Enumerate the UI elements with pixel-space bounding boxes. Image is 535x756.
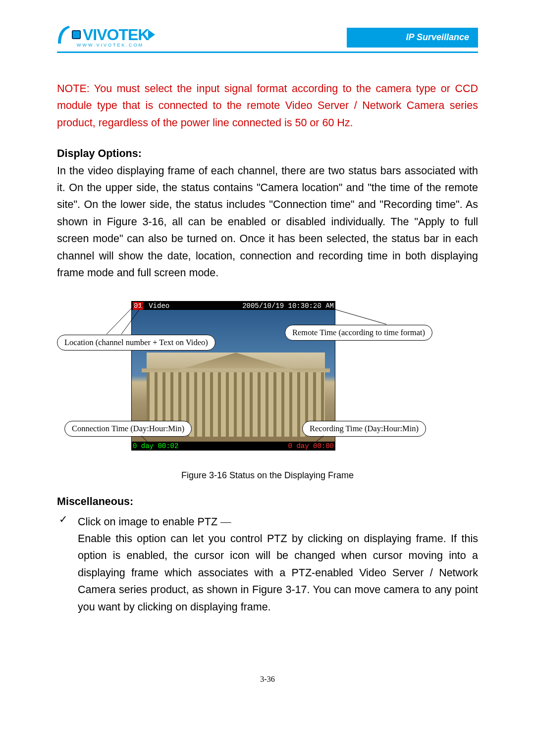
brand-logo: VIVOTEK WWW.VIVOTEK.COM <box>57 25 155 48</box>
channel-label: Video <box>149 302 169 310</box>
recording-time-value: 0 day 00:00 <box>288 442 334 450</box>
display-options-heading: Display Options: <box>57 145 478 162</box>
figure-3-16: 01 Video 2005/10/19 10:30:20 AM 0 day 00… <box>57 299 478 464</box>
page-number: 3-36 <box>57 675 478 684</box>
display-options-body: In the video displaying frame of each ch… <box>57 162 478 282</box>
miscellaneous-heading: Miscellaneous: <box>57 493 478 510</box>
callout-location: Location (channel number + Text on Video… <box>57 335 215 351</box>
connection-time-value: 0 day 00:02 <box>133 442 178 450</box>
header-tagline: IP Surveillance <box>347 28 478 48</box>
callout-remote-time: Remote Time (according to time format) <box>285 325 432 341</box>
figure-caption: Figure 3-16 Status on the Displaying Fra… <box>57 470 478 481</box>
brand-url: WWW.VIVOTEK.COM <box>77 43 144 48</box>
document-page: VIVOTEK WWW.VIVOTEK.COM IP Surveillance … <box>0 0 535 708</box>
remote-time-value: 2005/10/19 10:30:20 AM <box>242 302 334 310</box>
channel-number: 01 <box>133 302 143 310</box>
logo-arrow-icon <box>148 30 155 40</box>
logo-dot-icon <box>72 30 81 39</box>
status-bar-top: 01 Video 2005/10/19 10:30:20 AM <box>132 302 335 310</box>
misc-item-dash: — <box>220 516 231 528</box>
status-bar-bottom: 0 day 00:02 0 day 00:00 <box>132 442 335 450</box>
misc-item-label: Click on image to enable PTZ <box>78 516 217 528</box>
logo-swoosh-icon <box>57 25 71 45</box>
header-divider <box>57 51 478 53</box>
callout-recording-time: Recording Time (Day:Hour:Min) <box>302 421 426 437</box>
callout-connection-time: Connection Time (Day:Hour:Min) <box>64 421 192 437</box>
list-item: ✓ Click on image to enable PTZ — Enable … <box>57 513 478 615</box>
note-paragraph: NOTE: You must select the input signal f… <box>57 80 478 131</box>
misc-list: ✓ Click on image to enable PTZ — Enable … <box>57 513 478 615</box>
brand-name: VIVOTEK <box>83 26 149 44</box>
page-header: VIVOTEK WWW.VIVOTEK.COM IP Surveillance <box>57 25 478 48</box>
misc-item-body: Enable this option can let you control P… <box>78 533 478 613</box>
checkmark-icon: ✓ <box>57 513 78 525</box>
